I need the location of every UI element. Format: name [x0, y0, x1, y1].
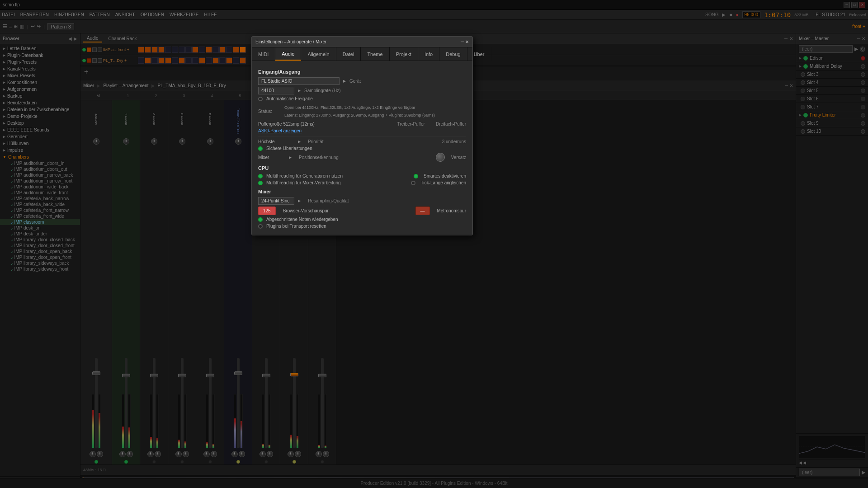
sidebar-item-benutzerdaten[interactable]: ▶Benutzerdaten: [0, 99, 80, 106]
slot-led-fruity[interactable]: [803, 113, 808, 117]
master-knob-2[interactable]: [97, 451, 103, 457]
sidebar-item-huellkurven[interactable]: ▶Hüllkurven: [0, 140, 80, 147]
ch1-mute-btn[interactable]: [92, 47, 97, 52]
master-led[interactable]: [94, 460, 98, 464]
browser-forward-button[interactable]: ▶: [74, 36, 77, 41]
ch2-pad-1[interactable]: [138, 57, 144, 64]
ch2-pad-4[interactable]: [158, 57, 165, 64]
playlist-toggle[interactable]: ▥: [19, 23, 24, 29]
t8-k2[interactable]: [323, 451, 329, 457]
t1-led[interactable]: [124, 460, 128, 464]
sidebar-item-demo[interactable]: ▶Demo-Projekte: [0, 113, 80, 120]
ch2-pad-7[interactable]: [179, 57, 185, 64]
play-button[interactable]: ▶: [722, 12, 726, 17]
sidebar-item-impulse[interactable]: ▶Impulse: [0, 147, 80, 154]
file-imp-auditorium-narrow-front[interactable]: ♪IMP auditorium_narrow_front: [0, 178, 80, 184]
ch1-pad-6[interactable]: [172, 47, 178, 53]
driver-value[interactable]: FL Studio ASIO: [258, 77, 340, 85]
mixer-pos-arrow[interactable]: ▶: [289, 155, 292, 160]
file-imp-cafeteria-front-wide[interactable]: ♪IMP cafeteria_front_wide: [0, 213, 80, 219]
redo-button[interactable]: ↪: [37, 23, 41, 29]
file-imp-library-sideways-back[interactable]: ♪IMP library_sideways_back: [0, 260, 80, 266]
t2-k2[interactable]: [155, 451, 161, 457]
ch2-pad-12[interactable]: [212, 57, 219, 64]
t3-k1[interactable]: [175, 451, 182, 457]
slot-6[interactable]: Slot 6: [796, 95, 868, 103]
tab-midi[interactable]: MIDI: [252, 47, 275, 61]
ch2-pad-5[interactable]: [165, 57, 171, 64]
tick-align-radio[interactable]: [411, 181, 415, 185]
ch1-pad-10[interactable]: [199, 47, 205, 53]
t4-pan[interactable]: [207, 138, 213, 145]
sidebar-item-aufgenommen[interactable]: ▶Aufgenommen: [0, 86, 80, 93]
sidebar-item-letzte-dateien[interactable]: ▶Letzte Dateien: [0, 45, 80, 52]
t4-k2[interactable]: [211, 451, 217, 457]
ch2-pad-13[interactable]: [219, 57, 226, 64]
file-imp-auditorium-doors-in[interactable]: ♪IMP auditorium_doors_in: [0, 160, 80, 166]
slot-led-multiband[interactable]: [803, 64, 808, 69]
channel-rack-close[interactable]: ✕: [789, 36, 793, 41]
ch1-solo-btn[interactable]: [98, 47, 102, 52]
ch2-solo-btn[interactable]: [98, 58, 102, 63]
smart-deact-radio[interactable]: [414, 174, 418, 178]
leer-bottom-arrow[interactable]: ▶: [862, 469, 865, 475]
t4-fader-thumb[interactable]: [206, 374, 214, 377]
ch1-pad-14[interactable]: [226, 47, 232, 53]
leer-bottom-label[interactable]: (leer): [799, 469, 860, 476]
track-3-name[interactable]: Insert 3: [180, 101, 184, 137]
file-imp-cafeteria-back-wide[interactable]: ♪IMP cafeteria_back_wide: [0, 202, 80, 207]
ch2-pad-10[interactable]: [199, 57, 205, 64]
sidebar-item-kompositionen[interactable]: ▶Kompositionen: [0, 79, 80, 86]
menu-datei[interactable]: DATEI: [2, 12, 15, 17]
browser-toggle[interactable]: ☰: [3, 23, 7, 29]
menu-hinzufuegen[interactable]: HINZUFÜGEN: [54, 12, 84, 17]
ch2-pad-6[interactable]: [172, 57, 178, 64]
menu-hilfe[interactable]: HILFE: [204, 12, 217, 17]
menu-optionen[interactable]: OPTIONEN: [141, 12, 164, 17]
file-imp-cafeteria-front-narrow[interactable]: ♪IMP cafeteria_front_narrow: [0, 207, 80, 213]
sidebar-item-gerendert[interactable]: ▶Gerendert: [0, 133, 80, 140]
slot-10[interactable]: Slot 10: [796, 127, 868, 136]
leer-dropdown-arrow[interactable]: ▶: [854, 46, 858, 52]
ch1-pad-8[interactable]: [185, 47, 192, 53]
t1-fader-thumb[interactable]: [122, 374, 130, 377]
file-imp-library-door-closed-front[interactable]: ♪IMP library_door_closed_front: [0, 243, 80, 249]
tab-theme[interactable]: Theme: [361, 47, 389, 61]
leer-dropdown[interactable]: (leer): [799, 45, 853, 53]
sidebar-item-plugin-datenbank[interactable]: ▶Plugin-Datenbank: [0, 52, 80, 59]
t7-k1[interactable]: [288, 451, 294, 457]
record-button[interactable]: ●: [736, 12, 739, 17]
mixer-toggle[interactable]: ⊞: [14, 23, 18, 29]
channel-rack-toggle[interactable]: ≡: [9, 24, 12, 29]
t4-k1[interactable]: [203, 451, 210, 457]
track-5-name[interactable]: BB_K12_Sn04_…: [236, 101, 240, 137]
t3-fader-thumb[interactable]: [178, 374, 186, 377]
file-imp-library-door-open-back[interactable]: ♪IMP library_door_open_back: [0, 249, 80, 254]
file-imp-auditorium-wide-back[interactable]: ♪IMP auditorium_wide_back: [0, 184, 80, 190]
master-knob-pan[interactable]: [93, 138, 99, 145]
slot-fruity-limiter[interactable]: ▶ Fruity Limiter: [796, 111, 868, 119]
slot-7[interactable]: Slot 7: [796, 103, 868, 111]
ch2-power-led[interactable]: [82, 59, 86, 62]
slot-3[interactable]: Slot 3: [796, 70, 868, 79]
slot-led-9[interactable]: [801, 121, 805, 126]
t4-led[interactable]: [208, 460, 212, 464]
master-knob-1[interactable]: [90, 451, 96, 457]
file-imp-desk-on[interactable]: ♪IMP desk_on: [0, 225, 80, 231]
ch2-pad-15[interactable]: [233, 57, 239, 64]
ch1-pad-1[interactable]: [138, 47, 144, 53]
settings-minimize[interactable]: ─: [461, 39, 464, 44]
tab-audio[interactable]: Audio: [275, 47, 301, 61]
ch2-pad-11[interactable]: [206, 57, 212, 64]
reset-plugins-radio[interactable]: [258, 224, 263, 229]
ch1-pad-2[interactable]: [145, 47, 151, 53]
tab-projekt[interactable]: Projekt: [390, 47, 418, 61]
tab-datei[interactable]: Datei: [336, 47, 361, 61]
t7-fader-thumb[interactable]: [290, 373, 298, 376]
t6-led[interactable]: [264, 460, 268, 464]
sidebar-item-eeee[interactable]: ▶EEEE EEEE Sounds: [0, 127, 80, 133]
multithreading-mix-radio[interactable]: [258, 181, 263, 185]
tab-ueber[interactable]: Über: [467, 47, 491, 61]
slot-led-5[interactable]: [801, 89, 805, 93]
t2-k1[interactable]: [147, 451, 154, 457]
